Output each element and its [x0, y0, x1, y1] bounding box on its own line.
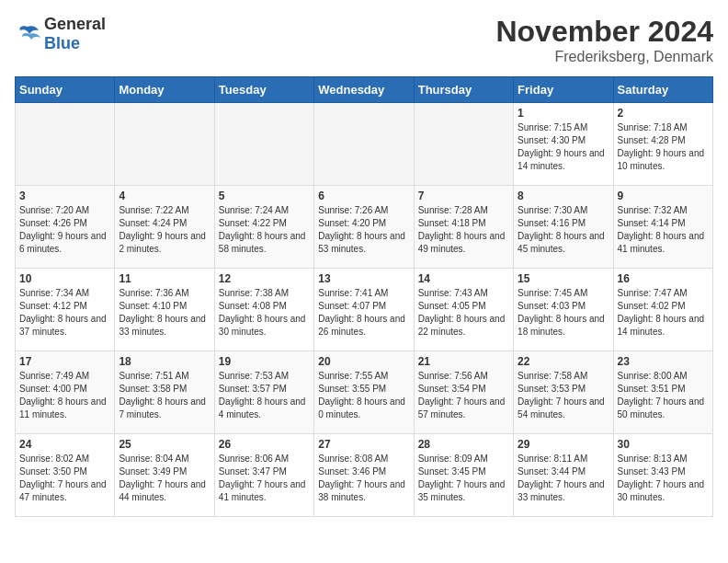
day-info: Sunrise: 7:15 AMSunset: 4:30 PMDaylight:… [518, 121, 609, 173]
day-info: Sunrise: 7:34 AMSunset: 4:12 PMDaylight:… [19, 287, 110, 339]
day-number: 1 [518, 107, 609, 120]
calendar-title: November 2024 [495, 15, 713, 49]
day-info: Sunrise: 7:38 AMSunset: 4:08 PMDaylight:… [219, 287, 310, 339]
day-number: 18 [119, 355, 210, 368]
calendar-cell: 11Sunrise: 7:36 AMSunset: 4:10 PMDayligh… [115, 269, 214, 351]
day-info: Sunrise: 7:51 AMSunset: 3:58 PMDaylight:… [119, 370, 210, 421]
calendar-week-row: 3Sunrise: 7:20 AMSunset: 4:26 PMDaylight… [16, 186, 713, 269]
day-number: 3 [19, 190, 110, 202]
day-number: 22 [518, 355, 609, 368]
weekday-header-wednesday: Wednesday [314, 77, 414, 103]
weekday-header-row: SundayMondayTuesdayWednesdayThursdayFrid… [16, 77, 713, 103]
calendar-cell: 28Sunrise: 8:09 AMSunset: 3:45 PMDayligh… [414, 434, 513, 517]
calendar-cell: 16Sunrise: 7:47 AMSunset: 4:02 PMDayligh… [613, 269, 712, 351]
calendar-cell: 5Sunrise: 7:24 AMSunset: 4:22 PMDaylight… [214, 186, 313, 269]
logo-general-text: General [44, 15, 106, 33]
day-info: Sunrise: 7:36 AMSunset: 4:10 PMDaylight:… [119, 287, 210, 339]
calendar-cell: 7Sunrise: 7:28 AMSunset: 4:18 PMDaylight… [414, 186, 513, 269]
day-info: Sunrise: 7:22 AMSunset: 4:24 PMDaylight:… [119, 204, 210, 256]
day-number: 11 [119, 272, 210, 285]
calendar-cell: 15Sunrise: 7:45 AMSunset: 4:03 PMDayligh… [514, 269, 613, 351]
day-info: Sunrise: 7:45 AMSunset: 4:03 PMDaylight:… [518, 287, 609, 339]
calendar-cell: 22Sunrise: 7:58 AMSunset: 3:53 PMDayligh… [514, 351, 613, 434]
calendar-cell: 1Sunrise: 7:15 AMSunset: 4:30 PMDaylight… [514, 103, 613, 186]
calendar-cell: 8Sunrise: 7:30 AMSunset: 4:16 PMDaylight… [514, 186, 613, 269]
day-number: 25 [119, 438, 210, 451]
weekday-header-monday: Monday [115, 77, 214, 103]
calendar-cell: 10Sunrise: 7:34 AMSunset: 4:12 PMDayligh… [16, 269, 115, 351]
day-number: 4 [119, 190, 210, 202]
calendar-cell [214, 103, 313, 186]
day-number: 2 [618, 107, 709, 120]
day-info: Sunrise: 7:20 AMSunset: 4:26 PMDaylight:… [19, 204, 110, 256]
weekday-header-sunday: Sunday [16, 77, 115, 103]
title-area: November 2024 Frederiksberg, Denmark [495, 15, 713, 65]
calendar-cell: 30Sunrise: 8:13 AMSunset: 3:43 PMDayligh… [613, 434, 712, 517]
day-info: Sunrise: 8:09 AMSunset: 3:45 PMDaylight:… [418, 453, 509, 504]
calendar-cell: 24Sunrise: 8:02 AMSunset: 3:50 PMDayligh… [16, 434, 115, 517]
day-info: Sunrise: 7:28 AMSunset: 4:18 PMDaylight:… [418, 204, 509, 256]
day-number: 21 [418, 355, 509, 368]
logo-icon [15, 23, 40, 45]
calendar-cell: 27Sunrise: 8:08 AMSunset: 3:46 PMDayligh… [314, 434, 414, 517]
day-number: 23 [618, 355, 709, 368]
day-number: 13 [318, 272, 409, 285]
day-number: 15 [518, 272, 609, 285]
calendar-week-row: 24Sunrise: 8:02 AMSunset: 3:50 PMDayligh… [16, 434, 713, 517]
day-info: Sunrise: 8:08 AMSunset: 3:46 PMDaylight:… [318, 453, 409, 504]
logo-blue-text: Blue [44, 34, 80, 52]
day-number: 12 [219, 272, 310, 285]
day-number: 27 [318, 438, 409, 451]
calendar-cell [16, 103, 115, 186]
day-info: Sunrise: 7:55 AMSunset: 3:55 PMDaylight:… [318, 370, 409, 421]
day-number: 10 [19, 272, 110, 285]
header: General Blue November 2024 Frederiksberg… [15, 15, 713, 65]
day-info: Sunrise: 8:00 AMSunset: 3:51 PMDaylight:… [618, 370, 709, 421]
day-info: Sunrise: 8:13 AMSunset: 3:43 PMDaylight:… [618, 453, 709, 504]
calendar-cell: 18Sunrise: 7:51 AMSunset: 3:58 PMDayligh… [115, 351, 214, 434]
calendar-cell: 19Sunrise: 7:53 AMSunset: 3:57 PMDayligh… [214, 351, 313, 434]
calendar-cell: 25Sunrise: 8:04 AMSunset: 3:49 PMDayligh… [115, 434, 214, 517]
calendar-cell: 6Sunrise: 7:26 AMSunset: 4:20 PMDaylight… [314, 186, 414, 269]
weekday-header-tuesday: Tuesday [214, 77, 313, 103]
calendar-cell: 23Sunrise: 8:00 AMSunset: 3:51 PMDayligh… [613, 351, 712, 434]
calendar-table: SundayMondayTuesdayWednesdayThursdayFrid… [15, 76, 713, 517]
weekday-header-saturday: Saturday [613, 77, 712, 103]
day-number: 7 [418, 190, 509, 202]
day-info: Sunrise: 7:53 AMSunset: 3:57 PMDaylight:… [219, 370, 310, 421]
day-info: Sunrise: 8:04 AMSunset: 3:49 PMDaylight:… [119, 453, 210, 504]
calendar-cell: 26Sunrise: 8:06 AMSunset: 3:47 PMDayligh… [214, 434, 313, 517]
day-info: Sunrise: 7:24 AMSunset: 4:22 PMDaylight:… [219, 204, 310, 256]
calendar-cell: 14Sunrise: 7:43 AMSunset: 4:05 PMDayligh… [414, 269, 513, 351]
day-number: 14 [418, 272, 509, 285]
day-number: 20 [318, 355, 409, 368]
day-number: 28 [418, 438, 509, 451]
day-info: Sunrise: 7:26 AMSunset: 4:20 PMDaylight:… [318, 204, 409, 256]
day-info: Sunrise: 8:02 AMSunset: 3:50 PMDaylight:… [19, 453, 110, 504]
day-number: 6 [318, 190, 409, 202]
calendar-cell: 21Sunrise: 7:56 AMSunset: 3:54 PMDayligh… [414, 351, 513, 434]
calendar-week-row: 17Sunrise: 7:49 AMSunset: 4:00 PMDayligh… [16, 351, 713, 434]
day-info: Sunrise: 7:32 AMSunset: 4:14 PMDaylight:… [618, 204, 709, 256]
day-number: 24 [19, 438, 110, 451]
calendar-cell [115, 103, 214, 186]
calendar-cell [414, 103, 513, 186]
day-info: Sunrise: 8:11 AMSunset: 3:44 PMDaylight:… [518, 453, 609, 504]
day-number: 8 [518, 190, 609, 202]
day-number: 29 [518, 438, 609, 451]
calendar-cell: 17Sunrise: 7:49 AMSunset: 4:00 PMDayligh… [16, 351, 115, 434]
day-number: 16 [618, 272, 709, 285]
calendar-cell: 20Sunrise: 7:55 AMSunset: 3:55 PMDayligh… [314, 351, 414, 434]
day-info: Sunrise: 7:49 AMSunset: 4:00 PMDaylight:… [19, 370, 110, 421]
day-number: 30 [618, 438, 709, 451]
calendar-week-row: 10Sunrise: 7:34 AMSunset: 4:12 PMDayligh… [16, 269, 713, 351]
day-number: 9 [618, 190, 709, 202]
calendar-cell: 4Sunrise: 7:22 AMSunset: 4:24 PMDaylight… [115, 186, 214, 269]
calendar-cell: 9Sunrise: 7:32 AMSunset: 4:14 PMDaylight… [613, 186, 712, 269]
weekday-header-friday: Friday [514, 77, 613, 103]
calendar-subtitle: Frederiksberg, Denmark [495, 49, 713, 65]
day-info: Sunrise: 7:30 AMSunset: 4:16 PMDaylight:… [518, 204, 609, 256]
logo: General Blue [15, 15, 106, 53]
day-number: 5 [219, 190, 310, 202]
calendar-cell: 2Sunrise: 7:18 AMSunset: 4:28 PMDaylight… [613, 103, 712, 186]
